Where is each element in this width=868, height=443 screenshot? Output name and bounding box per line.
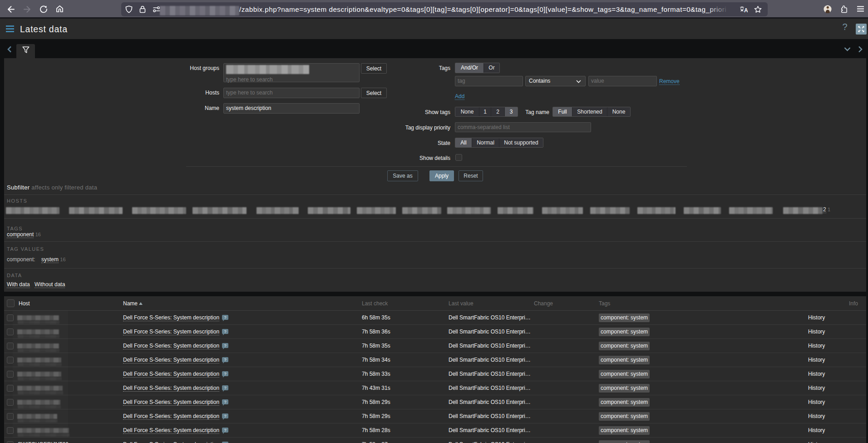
- svg-text:?: ?: [224, 414, 226, 418]
- svg-text:?: ?: [224, 315, 226, 320]
- svg-text:A: A: [744, 7, 748, 13]
- svg-text:?: ?: [224, 386, 226, 390]
- svg-text:?: ?: [224, 400, 226, 404]
- svg-text:?: ?: [224, 343, 226, 348]
- svg-text:?: ?: [224, 358, 226, 362]
- svg-text:?: ?: [224, 428, 226, 433]
- svg-text:?: ?: [224, 329, 226, 334]
- svg-text:?: ?: [224, 372, 226, 376]
